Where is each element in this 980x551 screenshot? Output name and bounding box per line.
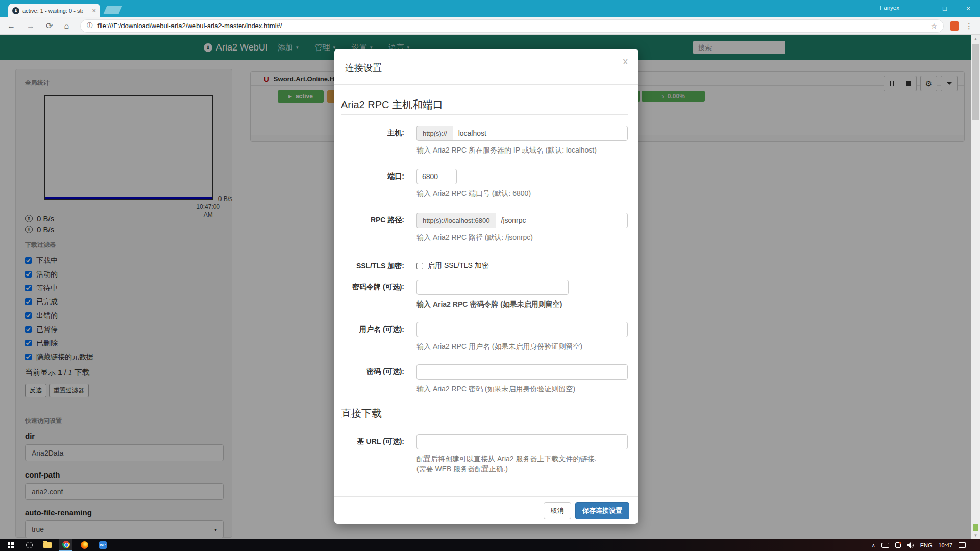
token-input[interactable] — [416, 280, 569, 295]
base-url-label: 基 URL (可选): — [341, 434, 404, 446]
cancel-button[interactable]: 取消 — [544, 502, 571, 519]
taskbar-apps: WP — [0, 539, 114, 551]
wps-icon: WP — [99, 541, 107, 549]
window-controls: – □ × — [910, 0, 980, 16]
modal-footer: 取消 保存连接设置 — [334, 496, 638, 524]
token-row: 密码令牌 (可选): 输入 Aria2 RPC 密码令牌 (如果未启用则留空) — [341, 280, 628, 309]
username-row: 用户名 (可选): 输入 Aria2 RPC 用户名 (如果未启用身份验证则留空… — [341, 322, 628, 352]
port-help: 输入 Aria2 RPC 端口号 (默认: 6800) — [416, 188, 628, 198]
ime-indicator-icon[interactable] — [895, 542, 901, 548]
url-text[interactable]: file:///F:/download/webui-aria2/webui-ar… — [97, 22, 930, 30]
aria2-favicon-icon: ⬇ — [12, 7, 19, 14]
minimize-icon[interactable]: – — [910, 0, 933, 16]
rpc-path-help: 输入 Aria2 RPC 路径 (默认: /jsonrpc) — [416, 232, 628, 242]
cortana-button[interactable] — [22, 539, 36, 551]
ssl-label: SSL/TLS 加密: — [341, 260, 404, 271]
forward-icon[interactable]: → — [27, 21, 35, 31]
token-help: 输入 Aria2 RPC 密码令牌 (如果未启用则留空) — [416, 299, 628, 309]
chrome-icon — [62, 541, 70, 548]
base-url-help-line2: (需要 WEB 服务器配置正确.) — [416, 464, 628, 474]
rpc-path-label: RPC 路径: — [341, 213, 404, 225]
host-help: 输入 Aria2 RPC 所在服务器的 IP 或域名 (默认: localhos… — [416, 145, 628, 155]
folder-icon — [43, 542, 52, 548]
modal-close-icon[interactable]: x — [623, 56, 628, 67]
browser-titlebar: ⬇ active: 1 - waiting: 0 - sto × Fairyex… — [0, 0, 980, 17]
clock[interactable]: 10:47 — [938, 542, 952, 548]
section-rpc-heading: Aria2 RPC 主机和端口 — [341, 98, 628, 115]
save-connection-button[interactable]: 保存连接设置 — [575, 502, 629, 519]
password-row: 密码 (可选): 输入 Aria2 RPC 密码 (如果未启用身份验证则留空) — [341, 364, 628, 394]
rpc-path-addon: http(s)://localhost:6800 — [416, 213, 496, 228]
token-label: 密码令牌 (可选): — [341, 280, 404, 292]
host-addon: http(s):// — [416, 126, 453, 141]
section-direct-heading: 直接下载 — [341, 407, 628, 423]
scrollbar-thumb[interactable] — [972, 44, 979, 120]
firefox-button[interactable] — [78, 539, 91, 551]
host-label: 主机: — [341, 126, 404, 138]
browser-tab[interactable]: ⬇ active: 1 - waiting: 0 - sto × — [8, 4, 100, 17]
chrome-button[interactable] — [59, 539, 72, 551]
base-url-input[interactable] — [416, 434, 628, 449]
wps-button[interactable]: WP — [96, 539, 109, 551]
back-icon[interactable]: ← — [7, 21, 15, 31]
system-tray: ∧ ENG 10:47 — [872, 542, 980, 548]
close-icon[interactable]: × — [957, 0, 980, 16]
host-row: 主机: http(s):// 输入 Aria2 RPC 所在服务器的 IP 或域… — [341, 126, 628, 155]
firefox-icon — [81, 541, 88, 549]
base-url-help-line1: 配置后将创建可以直接从 Aria2 服务器上下载文件的链接. — [416, 454, 628, 464]
start-button[interactable] — [4, 539, 17, 551]
reload-icon[interactable]: ⟳ — [46, 21, 53, 31]
menu-icon[interactable]: ⋮ — [965, 21, 973, 31]
scrollbar-marker — [973, 524, 978, 531]
port-label: 端口: — [341, 169, 404, 181]
maximize-icon[interactable]: □ — [933, 0, 957, 16]
username-input[interactable] — [416, 322, 628, 337]
tray-chevron-up-icon[interactable]: ∧ — [872, 543, 875, 548]
modal-body: Aria2 RPC 主机和端口 主机: http(s):// 输入 Aria2 … — [334, 98, 638, 474]
password-input[interactable] — [416, 364, 628, 380]
language-indicator[interactable]: ENG — [920, 542, 933, 548]
taskbar: WP ∧ ENG 10:47 — [0, 539, 980, 551]
password-help: 输入 Aria2 RPC 密码 (如果未启用身份验证则留空) — [416, 384, 628, 394]
info-icon[interactable]: ⓘ — [87, 21, 93, 30]
touch-keyboard-icon[interactable] — [881, 543, 889, 548]
port-input[interactable] — [416, 169, 457, 184]
ssl-checkbox-label: 启用 SSL/TLS 加密 — [428, 261, 489, 270]
base-url-row: 基 URL (可选): 配置后将创建可以直接从 Aria2 服务器上下载文件的链… — [341, 434, 628, 474]
windows-icon — [8, 542, 14, 548]
extension-icon[interactable] — [950, 21, 959, 31]
home-icon[interactable]: ⌂ — [64, 21, 69, 31]
star-icon[interactable]: ☆ — [930, 22, 937, 30]
address-bar[interactable]: ⓘ file:///F:/download/webui-aria2/webui-… — [80, 19, 944, 33]
base-url-help: 配置后将创建可以直接从 Aria2 服务器上下载文件的链接. (需要 WEB 服… — [416, 454, 628, 474]
ssl-checkbox[interactable] — [416, 263, 423, 269]
port-row: 端口: 输入 Aria2 RPC 端口号 (默认: 6800) — [341, 169, 628, 198]
scroll-up-icon[interactable]: ▲ — [971, 35, 980, 43]
rpc-path-input[interactable] — [496, 213, 628, 228]
connection-settings-modal: 连接设置 x Aria2 RPC 主机和端口 主机: http(s):// 输入… — [334, 49, 638, 524]
action-center-icon[interactable] — [959, 542, 966, 548]
screen: ⬇ active: 1 - waiting: 0 - sto × Fairyex… — [0, 0, 980, 551]
host-input[interactable] — [453, 126, 628, 141]
cortana-icon — [26, 542, 33, 548]
username-help: 输入 Aria2 RPC 用户名 (如果未启用身份验证则留空) — [416, 341, 628, 352]
new-tab-button[interactable] — [103, 6, 122, 14]
speaker-icon[interactable] — [907, 542, 914, 548]
modal-title: 连接设置 — [345, 62, 628, 74]
ssl-row: SSL/TLS 加密: 启用 SSL/TLS 加密 — [341, 260, 628, 271]
page-scrollbar[interactable]: ▲ ▼ — [971, 35, 980, 539]
ssl-checkbox-row[interactable]: 启用 SSL/TLS 加密 — [416, 260, 628, 270]
password-label: 密码 (可选): — [341, 364, 404, 377]
tab-close-icon[interactable]: × — [92, 7, 96, 14]
file-explorer-button[interactable] — [41, 539, 54, 551]
browser-profile-name[interactable]: Fairyex — [880, 5, 899, 11]
rpc-path-row: RPC 路径: http(s)://localhost:6800 输入 Aria… — [341, 213, 628, 242]
modal-header: 连接设置 x — [334, 49, 638, 85]
tab-title: active: 1 - waiting: 0 - sto — [22, 8, 83, 14]
username-label: 用户名 (可选): — [341, 322, 404, 334]
browser-toolbar: ← → ⟳ ⌂ ⓘ file:///F:/download/webui-aria… — [0, 17, 980, 35]
scroll-down-icon[interactable]: ▼ — [971, 531, 980, 539]
